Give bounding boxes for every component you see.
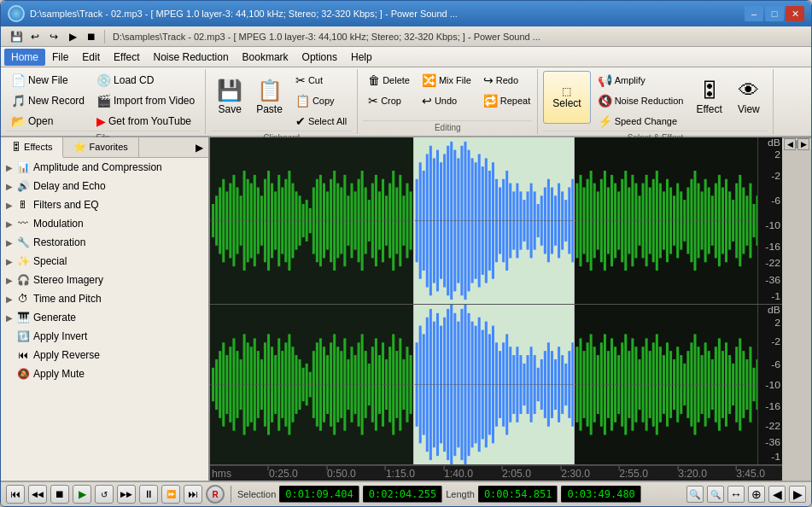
go-end-button[interactable]: ⏭ (184, 485, 202, 504)
file-group-items: 📄 New File 🎵 New Record 📂 Open 💿 (6, 71, 200, 131)
horizontal-scrollbar[interactable]: ◀ ▶ (782, 137, 811, 149)
open-icon: 📂 (11, 114, 26, 128)
amplitude-icon: 📊 (16, 160, 30, 174)
menu-edit[interactable]: Edit (75, 49, 107, 66)
maximize-button[interactable]: □ (765, 6, 784, 21)
mix-file-icon: 🔀 (422, 73, 436, 87)
selection-end-field[interactable]: 0:02:04.255 (363, 486, 442, 503)
zoom-in-button[interactable]: 🔍 (686, 486, 704, 503)
menu-noise-reduction[interactable]: Noise Reduction (147, 49, 236, 66)
effect-stereo[interactable]: ▶ 🎧 Stereo Imagery (1, 271, 208, 289)
scroll-track[interactable] (796, 140, 797, 149)
redo-icon: ↪ (483, 73, 494, 87)
zoom-selection-button[interactable]: ⊕ (748, 486, 765, 503)
zoom-fit-button[interactable]: ↔ (727, 486, 745, 503)
view-button[interactable]: 👁 View (730, 71, 768, 124)
effect-apply-reverse[interactable]: ▶ ⏮ Apply Reverse (1, 346, 208, 364)
title-bar: D:\samples\Track - 02.mp3 - [ MPEG 1.0 l… (1, 1, 811, 26)
panel-expand-button[interactable]: ▶ (190, 137, 208, 157)
menu-help[interactable]: Help (344, 49, 379, 66)
generate-icon: 🎹 (16, 311, 30, 324)
select-button[interactable]: ⬚ Select (543, 71, 590, 124)
fast-forward-button[interactable]: ⏩ (161, 485, 180, 504)
load-cd-button[interactable]: 💿 Load CD (91, 71, 200, 90)
copy-button[interactable]: 📋Copy (290, 91, 352, 110)
stop-button[interactable]: ⏹ (50, 485, 69, 504)
main-window: D:\samples\Track - 02.mp3 - [ MPEG 1.0 l… (0, 0, 812, 507)
effect-apply-mute[interactable]: ▶ 🔕 Apply Mute (1, 364, 208, 383)
speed-change-button[interactable]: ⚡Speed Change (593, 112, 689, 131)
loop-button[interactable]: ↺ (95, 485, 114, 504)
waveform-area[interactable]: dB 2 -2 -6 -10 -16 -22 -36 -1 (210, 137, 782, 481)
qt-save-button[interactable]: 💾 (8, 29, 25, 44)
repeat-icon: 🔁 (483, 94, 498, 108)
total-field[interactable]: 0:03:49.480 (561, 486, 640, 503)
effect-filters[interactable]: ▶ 🎚 Filters and EQ (1, 195, 208, 214)
skip-forward-button[interactable]: ▶▶ (117, 485, 136, 504)
close-button[interactable]: ✕ (786, 6, 804, 21)
menu-file[interactable]: File (45, 49, 75, 66)
rewind-button[interactable]: ◀◀ (28, 485, 47, 504)
save-button[interactable]: 💾 Save (211, 71, 248, 124)
go-start-button[interactable]: ⏮ (6, 485, 25, 504)
menu-effect[interactable]: Effect (107, 49, 146, 66)
menu-options[interactable]: Options (295, 49, 344, 66)
new-record-button[interactable]: 🎵 New Record (6, 91, 90, 110)
stereo-icon: 🎧 (16, 273, 30, 287)
undo-button[interactable]: ↩Undo (417, 91, 462, 110)
generate-arrow: ▶ (6, 313, 13, 323)
menu-bookmark[interactable]: Bookmark (236, 49, 295, 66)
effect-special[interactable]: ▶ ✨ Special (1, 252, 208, 271)
scroll-right-button[interactable]: ▶ (797, 138, 809, 150)
noise-reduction-button[interactable]: 🔇Noise Reduction (593, 91, 689, 110)
tab-effects[interactable]: 🎛 Effects (1, 137, 63, 158)
waveform-track-top[interactable]: dB 2 -2 -6 -10 -16 -22 -36 -1 (210, 137, 782, 305)
effect-time-pitch[interactable]: ▶ ⏱ Time and Pitch (1, 289, 208, 308)
qt-stop-button[interactable]: ⏹ (83, 29, 100, 44)
delay-icon: 🔊 (16, 179, 30, 193)
delete-button[interactable]: 🗑Delete (363, 71, 415, 90)
effect-apply-invert[interactable]: ▶ 🔃 Apply Invert (1, 327, 208, 346)
svg-text:-10: -10 (765, 380, 780, 392)
new-file-button[interactable]: 📄 New File (6, 71, 90, 90)
zoom-left-button[interactable]: ◀ (768, 486, 786, 503)
play-button[interactable]: ▶ (73, 485, 91, 504)
select-all-button[interactable]: ✔Select All (290, 112, 352, 131)
scroll-left-button[interactable]: ◀ (784, 138, 796, 150)
record-button[interactable]: R (206, 485, 225, 504)
minimize-button[interactable]: – (745, 6, 763, 21)
redo-button[interactable]: ↪Redo (478, 71, 523, 90)
effect-amplitude[interactable]: ▶ 📊 Amplitude and Compression (1, 158, 208, 177)
effect-generate[interactable]: ▶ 🎹 Generate (1, 308, 208, 327)
zoom-right-button[interactable]: ▶ (789, 486, 806, 503)
repeat-button[interactable]: 🔁Repeat (478, 91, 535, 110)
menu-home[interactable]: Home (4, 49, 45, 66)
zoom-out-button[interactable]: 🔍 (707, 486, 724, 503)
selection-start-field[interactable]: 0:01:09.404 (279, 486, 359, 503)
tab-favorites[interactable]: ⭐ Favorites (63, 137, 138, 157)
view-icon: 👁 (739, 80, 759, 101)
import-video-button[interactable]: 🎬 Import from Video (91, 91, 200, 110)
effect-button[interactable]: 🎛 Effect (690, 71, 727, 124)
cut-button[interactable]: ✂Cut (290, 71, 352, 90)
pause-button[interactable]: ⏸ (139, 485, 158, 504)
crop-button[interactable]: ✂Crop (363, 91, 406, 110)
selection-label: Selection (237, 489, 276, 499)
qt-undo-button[interactable]: ↩ (26, 29, 44, 44)
paste-button[interactable]: 📋 Paste (250, 71, 289, 124)
qt-redo-button[interactable]: ↪ (45, 29, 62, 44)
effect-delay[interactable]: ▶ 🔊 Delay and Echo (1, 177, 208, 195)
effect-restoration[interactable]: ▶ 🔧 Restoration (1, 233, 208, 252)
amplify-button[interactable]: 📢Amplify (593, 71, 689, 90)
mix-file-button[interactable]: 🔀Mix File (417, 71, 476, 90)
effects-list: ▶ 📊 Amplitude and Compression ▶ 🔊 Delay … (1, 158, 208, 383)
qt-play-button[interactable]: ▶ (64, 29, 81, 44)
waveform-track-bottom[interactable]: dB 2 -2 -6 -10 -16 -22 -36 -1 (210, 305, 782, 465)
length-field[interactable]: 0:00:54.851 (478, 486, 558, 503)
get-youtube-button[interactable]: ▶ Get from YouTube (91, 112, 200, 131)
scroll-thumb[interactable] (797, 142, 798, 149)
open-button[interactable]: 📂 Open (6, 112, 90, 131)
effect-modulation[interactable]: ▶ 〰 Modulation (1, 214, 208, 233)
effect-small-btns: 📢Amplify 🔇Noise Reduction ⚡Speed Change (593, 71, 689, 131)
svg-text:-6: -6 (771, 358, 780, 370)
